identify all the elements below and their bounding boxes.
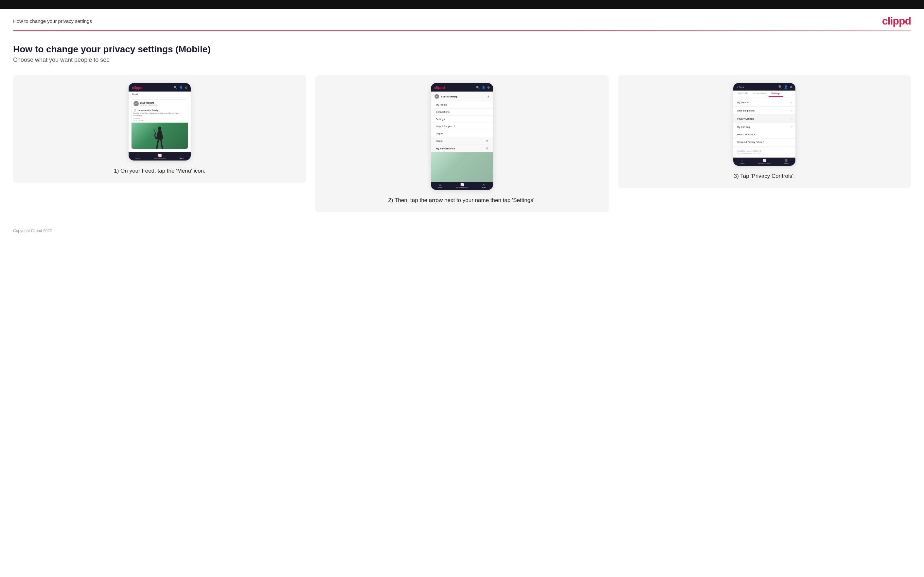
phone1-logo: clippd — [132, 85, 142, 90]
dropdown-connections[interactable]: Connections — [431, 108, 493, 116]
feed-lesson-title: 📋 Lesson with Fordy — [134, 109, 186, 111]
dropdown-settings[interactable]: Settings — [431, 116, 493, 123]
phone3-home-icon: ⌂ — [741, 159, 743, 162]
top-bar — [0, 0, 924, 9]
phone2-profile-icon: 👤 — [481, 86, 485, 89]
phone3-performance-icon: 📈 — [763, 159, 766, 162]
profile-icon: 👤 — [179, 86, 183, 89]
phone3-profile-icon: 👤 — [784, 85, 788, 89]
feed-image — [131, 122, 188, 149]
dropdown-my-performance-label: My Performance — [436, 147, 455, 150]
dropdown-logout[interactable]: Logout — [431, 130, 493, 137]
phone1-nav-home: ⌂ Home — [136, 154, 140, 159]
phone3-menu-icon: ☰ — [785, 159, 788, 162]
setting-service-privacy-policy[interactable]: Service & Privacy Policy ↗ — [733, 139, 795, 146]
phone3-search-icon: 🔍 — [779, 85, 782, 89]
tab-my-profile[interactable]: My Profile — [735, 90, 751, 97]
dropdown-user-row: B Blair McHarg ∧ — [431, 92, 493, 102]
steps-container: clippd 🔍 👤 ⚙ Feed B Blair M — [13, 75, 911, 212]
setting-help-support[interactable]: Help & Support ↗ — [733, 131, 795, 139]
privacy-controls-chevron: › — [790, 117, 792, 120]
step-3-caption: 3) Tap 'Privacy Controls'. — [734, 172, 795, 180]
search-icon: 🔍 — [174, 86, 177, 89]
phone-2-mockup: clippd 🔍 👤 ⚙ B Blair McHarg ∧ — [431, 83, 493, 190]
phone3-nav-menu-label: Menu — [784, 163, 788, 164]
my-account-label: My Account — [737, 102, 749, 104]
step-1-card: clippd 🔍 👤 ⚙ Feed B Blair M — [13, 75, 306, 183]
phone-3-mockup: < Back 🔍 👤 ⚙ My Profile Connections Sett… — [733, 83, 795, 166]
phone2-performance-icon: 📈 — [460, 184, 464, 186]
lesson-title-text: Lesson with Fordy — [138, 109, 158, 111]
step-2-caption: 2) Then, tap the arrow next to your name… — [388, 197, 536, 204]
dropdown-help-support[interactable]: Help & Support ↗ — [431, 123, 493, 130]
feed-user-name: Blair McHarg — [140, 102, 158, 104]
feed-post-info: Blair McHarg Yesterday · Sunningdale — [140, 102, 158, 106]
phone2-nav-menu-label: Menu — [482, 187, 486, 189]
phone2-nav-performance: 📈 My Performance — [456, 184, 468, 189]
my-golf-bag-chevron: › — [790, 125, 792, 129]
feed-lesson: 📋 Lesson with Fordy Looking to feel like… — [131, 108, 188, 122]
feed-avatar: B — [134, 101, 139, 106]
phone3-settings-list: My Account › Data Integrations › Privacy… — [733, 97, 795, 147]
phone3-settings-icon: ⚙ — [790, 85, 792, 89]
phone3-header: < Back 🔍 👤 ⚙ — [733, 83, 795, 90]
phone1-feed-tab: Feed — [129, 92, 191, 97]
phone3-nav-home-label: Home — [740, 163, 745, 164]
my-account-chevron: › — [790, 101, 792, 104]
phone2-home-icon: ⌂ — [439, 184, 441, 186]
settings-icon: ⚙ — [185, 86, 187, 89]
phone3-nav-performance-label: My Performance — [758, 163, 771, 164]
phone2-logo: clippd — [434, 85, 445, 90]
header: How to change your privacy settings clip… — [0, 9, 924, 31]
phone2-bottom-nav: ⌂ Home 📈 My Performance ✕ Menu — [431, 182, 493, 190]
feed-post: B Blair McHarg Yesterday · Sunningdale 📋… — [131, 99, 188, 149]
data-integrations-chevron: › — [790, 109, 792, 112]
phone1-nav-performance-label: My Performance — [154, 157, 166, 159]
setting-my-golf-bag[interactable]: My Golf Bag › — [733, 123, 795, 131]
phone3-bottom-nav: ⌂ Home 📈 My Performance ☰ Menu — [733, 158, 795, 166]
step-1-caption: 1) On your Feed, tap the 'Menu' icon. — [114, 167, 205, 175]
dropdown-home-label: Home — [436, 140, 443, 143]
phone3-nav-menu: ☰ Menu — [784, 159, 788, 164]
phone2-search-icon: 🔍 — [476, 86, 480, 89]
page-heading: How to change your privacy settings (Mob… — [13, 44, 911, 55]
page-subheading: Choose what you want people to see — [13, 56, 911, 63]
phone2-close-icon: ✕ — [483, 184, 485, 186]
feed-lesson-desc: Looking to feel like my hands are exitin… — [134, 112, 186, 116]
setting-my-account[interactable]: My Account › — [733, 98, 795, 106]
step-3-card: < Back 🔍 👤 ⚙ My Profile Connections Sett… — [618, 75, 911, 188]
dropdown-home-chevron: ∨ — [486, 139, 488, 143]
phone1-feed: B Blair McHarg Yesterday · Sunningdale 📋… — [129, 97, 191, 152]
tab-connections[interactable]: Connections — [751, 90, 769, 97]
phone2-header: clippd 🔍 👤 ⚙ — [431, 83, 493, 92]
phone-1-mockup: clippd 🔍 👤 ⚙ Feed B Blair M — [129, 83, 191, 161]
golfer-silhouette — [153, 126, 166, 149]
phone1-nav-menu-label: Menu — [179, 157, 184, 159]
data-integrations-label: Data Integrations — [737, 110, 754, 112]
phone2-settings-icon: ⚙ — [487, 86, 490, 89]
setting-privacy-controls[interactable]: Privacy Controls › — [733, 115, 795, 123]
dropdown-home[interactable]: Home ∨ — [431, 137, 493, 145]
dropdown-my-profile[interactable]: My Profile — [431, 102, 493, 108]
phone2-nav-menu: ✕ Menu — [482, 184, 486, 189]
phone1-icons: 🔍 👤 ⚙ — [174, 86, 187, 89]
tab-settings[interactable]: Settings — [769, 90, 783, 97]
my-golf-bag-label: My Golf Bag — [737, 126, 750, 128]
phone1-bottom-nav: ⌂ Home 📈 My Performance ☰ Menu — [129, 152, 191, 161]
menu-icon: ☰ — [180, 154, 183, 157]
logo: clippd — [882, 15, 911, 27]
home-icon: ⌂ — [137, 154, 138, 157]
phone3-version-footer: Clippd Client Version: 2022.8.3-3 GQL Se… — [733, 147, 795, 158]
step-2-card: clippd 🔍 👤 ⚙ B Blair McHarg ∧ — [315, 75, 609, 212]
page-footer: Copyright Clippd 2022 — [0, 222, 924, 240]
dropdown-my-performance[interactable]: My Performance ∨ — [431, 145, 493, 152]
phone3-back-button[interactable]: < Back — [737, 85, 744, 89]
feed-post-header: B Blair McHarg Yesterday · Sunningdale — [131, 100, 188, 108]
dropdown-overlay: B Blair McHarg ∧ My Profile Connections … — [431, 92, 493, 152]
lesson-icon: 📋 — [134, 109, 136, 111]
header-title: How to change your privacy settings — [13, 18, 92, 24]
phone3-tabs: My Profile Connections Settings — [733, 90, 795, 97]
phone1-nav-home-label: Home — [136, 157, 140, 159]
phone2-nav-home-label: Home — [438, 187, 442, 189]
setting-data-integrations[interactable]: Data Integrations › — [733, 106, 795, 115]
